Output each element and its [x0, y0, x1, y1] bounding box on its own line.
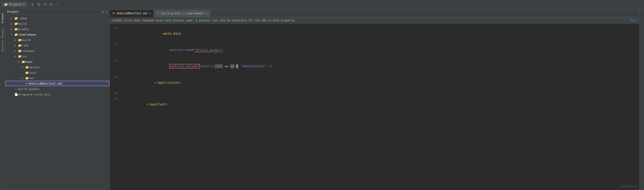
settings-icon[interactable]: ⚙	[50, 2, 52, 6]
minimize-icon[interactable]: —	[56, 2, 58, 6]
tree-label: build.gradle	[18, 87, 108, 91]
tree-item-proguard[interactable]: 📄 proguard-rules.pro	[6, 92, 110, 97]
xml-bracket: <	[146, 32, 164, 35]
folder-icon: 📁	[14, 22, 18, 26]
tab-gradle[interactable]: 🔨 build.gradle (:simpleDemo) ✕	[154, 10, 210, 17]
expand-arrow: ▶	[22, 66, 25, 68]
line-gutter-47: ◇	[121, 96, 126, 102]
line-number-45: 45	[110, 74, 121, 80]
toolbar-icons: ⊕ ☰ ≡ ⚙ —	[32, 2, 58, 6]
project-dropdown[interactable]: 📁 Project ▾	[2, 2, 27, 7]
code-line-47: 47 ◇ </manifest>	[110, 96, 640, 112]
line-content-47: </manifest>	[126, 96, 640, 112]
file-tree-toolbar: ⚙ ⊟	[102, 10, 108, 14]
fold-marker: ◇	[123, 58, 124, 64]
tree-item-libs[interactable]: ▶ 📁 libs	[6, 43, 110, 48]
notification-bar: Gradle files have changed since last pro…	[110, 17, 640, 24]
xml-bracket-close: </	[146, 81, 158, 84]
xml-bracket-end: >	[179, 81, 181, 84]
notification-text: Gradle files have changed since last pro…	[112, 19, 626, 22]
project-label: Project	[9, 3, 22, 6]
expand-arrow: ▶	[11, 17, 14, 20]
tree-label: assets	[29, 66, 108, 69]
line-gutter-42: ▽	[121, 26, 126, 31]
tree-item-release[interactable]: ▶ 📁 release	[6, 48, 110, 54]
tree-collapse-icon[interactable]: ⊟	[106, 10, 108, 14]
add-config-icon[interactable]: ⊕	[32, 2, 34, 6]
folder-icon: 📁	[21, 60, 26, 64]
xml-string-dcloud: "dcloud_appkey"	[194, 48, 223, 52]
tree-label: simpleDemo	[18, 33, 108, 36]
code-line-44: 44 ◇ android:value="e950f111████ ▬▬ █▬ █…	[110, 58, 640, 74]
code-line-46: 46	[110, 91, 640, 96]
file-tree-title: Project	[7, 10, 19, 14]
expand-arrow: ▶	[11, 28, 14, 30]
xml-attr-value: android:value	[170, 64, 195, 68]
tree-label: .idea	[18, 16, 108, 20]
code-line-43: 43 android:name="dcloud_appkey"	[110, 42, 640, 58]
tab-close-manifest[interactable]: ✕	[149, 12, 151, 15]
tab-icon-gradle: 🔨	[157, 12, 160, 15]
tab-label-manifest: AndroidManifest.xml	[117, 12, 148, 15]
main-area: Project Resource Manager Project ⚙ ⊟ ▶ 📁…	[0, 9, 644, 190]
editor-area: MF AndroidManifest.xml ✕ 🔨 build.gradle …	[110, 9, 640, 190]
line-content-45: </application>	[126, 74, 640, 91]
tree-item-res[interactable]: ▶ 📁 res	[6, 75, 110, 81]
sidebar-item-resource[interactable]: Resource Manager	[1, 26, 4, 53]
tree-item-androidmanifest[interactable]: MF AndroidManifest.xml	[6, 81, 110, 86]
folder-icon: 📁	[25, 71, 29, 74]
tree-label: libs	[22, 44, 108, 47]
tree-item-main[interactable]: ▼ 📁 main	[6, 59, 110, 64]
indent	[146, 64, 169, 68]
folder-icon: 📁	[14, 16, 18, 20]
fold-marker-47: ◇	[123, 96, 124, 102]
expand-arrow: ▶	[11, 22, 14, 25]
tree-label: build	[22, 38, 108, 42]
folder-icon: 📁	[18, 38, 22, 42]
tree-item-build-top[interactable]: ▶ 📁 build	[6, 21, 110, 26]
code-editor[interactable]: 42 ▽ <meta-data 43 android:name="dcloud_…	[110, 24, 640, 190]
tree-label: res	[29, 76, 108, 80]
tree-label: java	[29, 71, 108, 74]
xml-tag-meta: meta-data	[164, 32, 181, 35]
watermark: CSDN@即墨月肴	[620, 185, 637, 188]
tree-item-gradle[interactable]: ▶ 📁 gradle	[6, 26, 110, 32]
xml-attr-name: android:name	[146, 48, 192, 52]
sync-action[interactable]: Sync	[630, 19, 637, 22]
tree-item-java[interactable]: 📁 java	[6, 70, 110, 75]
tab-icon-xml: MF	[112, 12, 115, 15]
line-content-42: <meta-data	[126, 26, 640, 42]
tab-label-gradle: build.gradle (:simpleDemo)	[161, 12, 204, 15]
tree-item-simpledemo[interactable]: ▼ 📁 simpleDemo	[6, 32, 110, 37]
expand-arrow: ▶	[14, 39, 18, 41]
tree-label: src	[22, 55, 108, 58]
folder-icon: 📁	[4, 3, 8, 6]
tab-manifest[interactable]: MF AndroidManifest.xml ✕	[110, 10, 154, 17]
list-icon[interactable]: ☰	[37, 2, 40, 6]
code-line-42: 42 ▽ <meta-data	[110, 26, 640, 42]
folder-icon: 📁	[18, 49, 22, 52]
tree-item-idea[interactable]: ▶ 📁 .idea	[6, 16, 110, 21]
tree-gear-icon[interactable]: ⚙	[102, 10, 104, 14]
line-content-43: android:name="dcloud_appkey"	[126, 42, 640, 58]
tree-label: proguard-rules.pro	[18, 93, 108, 96]
line-number-47: 47	[110, 96, 121, 102]
highlighted-attr: android:value="	[169, 64, 200, 68]
tree-label: build	[18, 22, 108, 26]
xml-value-content: e950f111████ ▬▬ █▬ █ ˜4466101555e2"	[200, 64, 267, 68]
left-side-tabs: Project Resource Manager	[0, 9, 6, 190]
sidebar-item-project[interactable]: Project	[1, 11, 4, 24]
folder-icon: 📁	[14, 33, 18, 36]
folder-icon: 📁	[18, 44, 22, 47]
tab-close-gradle[interactable]: ✕	[205, 12, 207, 15]
tree-item-assets[interactable]: ▶ 📁 assets	[6, 64, 110, 70]
tree-item-build-inner[interactable]: ▶ 📁 build	[6, 37, 110, 43]
tree-item-buildgradle[interactable]: ⚙ build.gradle	[6, 86, 110, 92]
tree-item-src[interactable]: ▼ 📁 src	[6, 54, 110, 59]
fold-arrow[interactable]: ▽	[123, 26, 124, 31]
file-tree-body: ▶ 📁 .idea ▶ 📁 build ▶ 📁 gradle ▼ 📁 simpl…	[6, 14, 110, 190]
align-icon[interactable]: ≡	[44, 2, 46, 6]
gradle-file-icon: ⚙	[14, 87, 18, 91]
line-content-44: android:value="e950f111████ ▬▬ █▬ █ ˜446…	[126, 58, 640, 74]
tree-label: gradle	[18, 28, 108, 31]
